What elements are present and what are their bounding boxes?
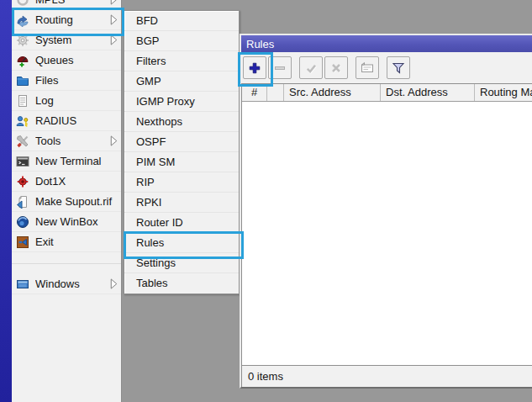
column-header-routing-mark[interactable]: Routing Ma xyxy=(475,84,532,101)
sidebar-item-label: Exit xyxy=(35,235,118,248)
submenu-item-bgp[interactable]: BGP xyxy=(124,31,239,51)
comment-icon xyxy=(361,61,374,75)
sidebar-item-label: Queues xyxy=(35,54,118,66)
submenu-item-igmp-proxy[interactable]: IGMP Proxy xyxy=(124,92,239,112)
submenu-item-rip[interactable]: RIP xyxy=(124,172,239,193)
sidebar-item-files[interactable]: Files xyxy=(12,71,121,91)
sidebar-item-radius[interactable]: RADIUS xyxy=(12,111,121,131)
winbox-main-menu: MPLS Routing System xyxy=(12,0,122,402)
comment-button[interactable] xyxy=(356,56,379,79)
submenu-item-gmp[interactable]: GMP xyxy=(124,71,239,92)
sidebar-item-tools[interactable]: Tools xyxy=(12,131,121,151)
sidebar-item-label: Log xyxy=(35,94,118,107)
sidebar-item-log[interactable]: Log xyxy=(12,91,121,111)
submenu-item-ospf[interactable]: OSPF xyxy=(124,132,239,152)
window-title: Rules xyxy=(246,38,274,50)
sidebar-item-windows[interactable]: Windows xyxy=(12,274,121,294)
disable-rule-button[interactable] xyxy=(324,56,348,79)
submenu-item-nexthops[interactable]: Nexthops xyxy=(124,112,239,132)
filter-icon xyxy=(392,61,405,75)
rules-table-header: # Src. Address Dst. Address Routing Ma xyxy=(242,84,532,102)
terminal-icon xyxy=(16,155,29,168)
radius-icon xyxy=(16,114,29,128)
column-header-flags[interactable] xyxy=(267,84,284,101)
mpls-icon xyxy=(16,0,29,7)
log-icon xyxy=(16,94,29,108)
submenu-item-settings[interactable]: Settings xyxy=(124,253,239,273)
dot1x-icon xyxy=(16,175,29,188)
sidebar-item-new-terminal[interactable]: New Terminal xyxy=(12,151,121,172)
remove-rule-button[interactable] xyxy=(268,56,292,79)
filter-button[interactable] xyxy=(387,56,410,79)
submenu-item-bfd[interactable]: BFD xyxy=(124,11,239,31)
sidebar-item-label: Routing xyxy=(35,13,104,26)
sidebar-item-label: New Terminal xyxy=(35,155,118,167)
windows-icon xyxy=(16,278,29,291)
sidebar-item-label: Files xyxy=(35,74,118,87)
sidebar-item-exit[interactable]: Exit xyxy=(12,232,121,252)
routing-icon xyxy=(16,13,29,27)
column-header-dst-address[interactable]: Dst. Address xyxy=(381,84,475,101)
submenu-arrow-icon xyxy=(110,135,118,146)
submenu-item-rpki[interactable]: RPKI xyxy=(124,193,239,213)
rules-toolbar xyxy=(241,52,532,83)
plus-icon xyxy=(248,61,261,75)
menu-separator-gap xyxy=(12,252,121,274)
sidebar-item-label: Dot1X xyxy=(35,175,118,188)
rules-list: # Src. Address Dst. Address Routing Ma 0… xyxy=(241,83,532,387)
submenu-item-filters[interactable]: Filters xyxy=(124,51,239,71)
files-icon xyxy=(16,74,29,87)
sidebar-item-label: Make Supout.rif xyxy=(35,195,118,208)
column-header-number[interactable]: # xyxy=(242,84,267,101)
sidebar-item-label: Windows xyxy=(35,278,104,290)
sidebar-item-mpls[interactable]: MPLS xyxy=(12,0,121,10)
sidebar-item-label: Tools xyxy=(35,135,104,147)
winbox-icon xyxy=(16,215,29,229)
sidebar-item-label: MPLS xyxy=(35,0,104,6)
cross-icon xyxy=(329,61,343,75)
rules-window: Rules xyxy=(240,34,532,389)
sidebar-item-label: New WinBox xyxy=(35,215,118,228)
supout-icon xyxy=(16,195,29,209)
sidebar-item-label: RADIUS xyxy=(35,114,118,127)
submenu-arrow-icon xyxy=(110,14,118,25)
tools-icon xyxy=(16,135,29,148)
sidebar-item-make-supout[interactable]: Make Supout.rif xyxy=(12,192,121,212)
rules-table-body[interactable] xyxy=(242,102,532,365)
submenu-arrow-icon xyxy=(110,278,118,289)
item-count: 0 items xyxy=(248,370,283,383)
sidebar-item-system[interactable]: System xyxy=(12,30,121,50)
enable-rule-button[interactable] xyxy=(299,56,323,79)
queues-icon xyxy=(16,54,29,67)
submenu-item-rules[interactable]: Rules xyxy=(124,233,239,253)
system-icon xyxy=(16,34,29,47)
sidebar-item-routing[interactable]: Routing xyxy=(12,10,121,30)
column-header-src-address[interactable]: Src. Address xyxy=(284,84,381,101)
sidebar-item-new-winbox[interactable]: New WinBox xyxy=(12,212,121,232)
sidebar-item-label: System xyxy=(35,34,104,46)
status-bar: 0 items xyxy=(242,365,532,387)
submenu-arrow-icon xyxy=(110,0,118,5)
submenu-item-router-id[interactable]: Router ID xyxy=(124,213,239,233)
add-rule-button[interactable] xyxy=(243,56,266,79)
sidebar-item-queues[interactable]: Queues xyxy=(12,50,121,71)
submenu-item-tables[interactable]: Tables xyxy=(124,273,239,294)
exit-icon xyxy=(16,235,29,249)
rules-window-titlebar[interactable]: Rules xyxy=(241,35,532,52)
desktop-background-strip xyxy=(0,0,12,402)
routing-submenu: BFD BGP Filters GMP IGMP Proxy Nexthops … xyxy=(124,10,240,294)
submenu-item-pim-sm[interactable]: PIM SM xyxy=(124,152,239,172)
minus-icon xyxy=(273,61,287,75)
submenu-arrow-icon xyxy=(110,34,118,45)
check-icon xyxy=(304,61,318,75)
main-menu-list: MPLS Routing System xyxy=(12,0,121,294)
sidebar-item-dot1x[interactable]: Dot1X xyxy=(12,172,121,192)
